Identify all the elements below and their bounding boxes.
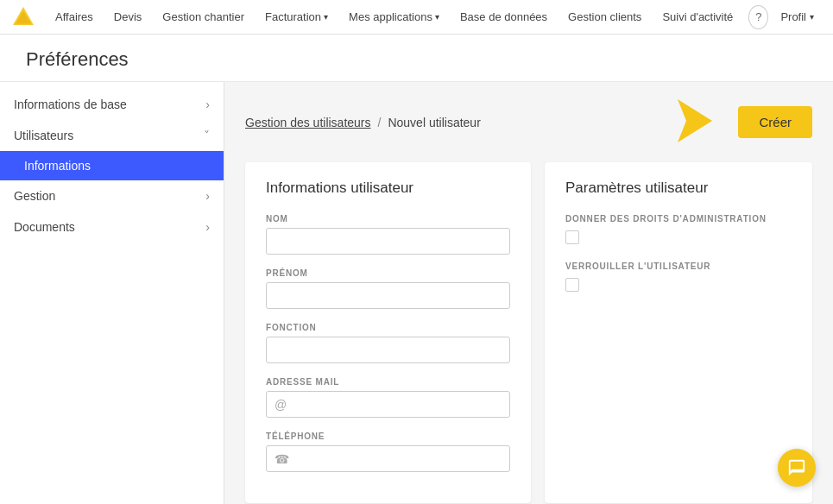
sidebar: Informations de base › Utilisateurs ˅ In… bbox=[0, 82, 224, 504]
checkbox-admin-rights[interactable] bbox=[565, 230, 579, 244]
breadcrumb-row: Gestion des utilisateurs / Nouvel utilis… bbox=[245, 99, 812, 145]
input-prenom[interactable] bbox=[266, 282, 510, 309]
sidebar-item-utilisateurs[interactable]: Utilisateurs ˅ bbox=[0, 120, 224, 151]
form-group-fonction: FONCTION bbox=[266, 323, 510, 363]
page-title: Préférences bbox=[26, 48, 807, 71]
form-group-prenom: PRÉNOM bbox=[266, 268, 510, 309]
chevron-right-icon: › bbox=[205, 220, 210, 234]
sidebar-item-informations[interactable]: Informations bbox=[0, 151, 224, 180]
sidebar-item-documents[interactable]: Documents › bbox=[0, 211, 224, 243]
form-group-nom: NOM bbox=[266, 214, 510, 255]
input-telephone[interactable] bbox=[266, 445, 510, 472]
user-info-card: Informations utilisateur NOM PRÉNOM FONC… bbox=[245, 162, 531, 503]
phone-icon: ☎ bbox=[275, 452, 289, 466]
breadcrumb-current: Nouvel utilisateur bbox=[388, 116, 480, 129]
sidebar-item-informations-de-base[interactable]: Informations de base › bbox=[0, 89, 224, 120]
label-prenom: PRÉNOM bbox=[266, 268, 510, 278]
nav-item-gestion-clients[interactable]: Gestion clients bbox=[559, 7, 650, 27]
help-button[interactable]: ? bbox=[748, 5, 768, 29]
sidebar-item-gestion[interactable]: Gestion › bbox=[0, 180, 224, 211]
chevron-down-icon: ▾ bbox=[810, 12, 814, 22]
logo[interactable] bbox=[10, 4, 36, 30]
label-telephone: TÉLÉPHONE bbox=[266, 432, 510, 441]
navbar: Affaires Devis Gestion chantier Facturat… bbox=[0, 0, 833, 35]
label-admin-rights: DONNER DES DROITS D'ADMINISTRATION bbox=[565, 214, 792, 224]
nav-item-suivi-activite[interactable]: Suivi d'activité bbox=[653, 7, 741, 27]
svg-marker-2 bbox=[678, 99, 712, 142]
breadcrumb: Gestion des utilisateurs / Nouvel utilis… bbox=[245, 116, 481, 129]
chevron-down-icon: ▾ bbox=[324, 12, 328, 22]
checkbox-row-lock bbox=[565, 278, 792, 292]
nav-item-gestion-chantier[interactable]: Gestion chantier bbox=[154, 7, 253, 27]
label-lock-user: VERROUILLER L'UTILISATEUR bbox=[565, 261, 792, 271]
chevron-down-icon: ▾ bbox=[435, 12, 439, 22]
chat-bubble[interactable] bbox=[778, 449, 816, 487]
input-adresse-mail[interactable] bbox=[266, 391, 510, 418]
profil-menu[interactable]: Profil ▾ bbox=[772, 7, 823, 27]
form-group-adresse-mail: ADRESSE MAIL @ bbox=[266, 377, 510, 418]
input-nom[interactable] bbox=[266, 228, 510, 255]
form-group-telephone: TÉLÉPHONE ☎ bbox=[266, 432, 510, 472]
nav-item-facturation[interactable]: Facturation ▾ bbox=[256, 7, 337, 27]
label-adresse-mail: ADRESSE MAIL bbox=[266, 377, 510, 387]
layout: Informations de base › Utilisateurs ˅ In… bbox=[0, 82, 833, 504]
user-info-card-title: Informations utilisateur bbox=[266, 180, 510, 197]
param-group-lock-user: VERROUILLER L'UTILISATEUR bbox=[565, 261, 792, 292]
param-group-admin-rights: DONNER DES DROITS D'ADMINISTRATION bbox=[565, 214, 792, 244]
user-params-card-title: Paramètres utilisateur bbox=[565, 180, 792, 197]
chevron-down-icon: ˅ bbox=[204, 129, 210, 142]
user-params-card: Paramètres utilisateur DONNER DES DROITS… bbox=[545, 162, 812, 503]
nav-item-mes-applications[interactable]: Mes applications ▾ bbox=[340, 7, 448, 27]
nav-item-base-de-donnees[interactable]: Base de données bbox=[451, 7, 556, 27]
cards-row: Informations utilisateur NOM PRÉNOM FONC… bbox=[245, 162, 812, 503]
label-nom: NOM bbox=[266, 214, 510, 224]
main-content: Gestion des utilisateurs / Nouvel utilis… bbox=[224, 82, 833, 504]
checkbox-lock-user[interactable] bbox=[565, 278, 579, 292]
chevron-right-icon: › bbox=[205, 189, 210, 203]
page-header: Préférences bbox=[0, 35, 833, 82]
label-fonction: FONCTION bbox=[266, 323, 510, 332]
nav-item-devis[interactable]: Devis bbox=[105, 7, 151, 27]
breadcrumb-separator: / bbox=[378, 116, 382, 129]
at-icon: @ bbox=[275, 398, 287, 412]
input-fonction[interactable] bbox=[266, 337, 510, 363]
creer-button[interactable]: Créer bbox=[738, 106, 812, 138]
arrow-decoration bbox=[660, 99, 712, 145]
checkbox-row-admin bbox=[565, 230, 792, 244]
nav-item-affaires[interactable]: Affaires bbox=[47, 7, 102, 27]
chevron-right-icon: › bbox=[205, 98, 210, 111]
breadcrumb-link[interactable]: Gestion des utilisateurs bbox=[245, 116, 371, 129]
